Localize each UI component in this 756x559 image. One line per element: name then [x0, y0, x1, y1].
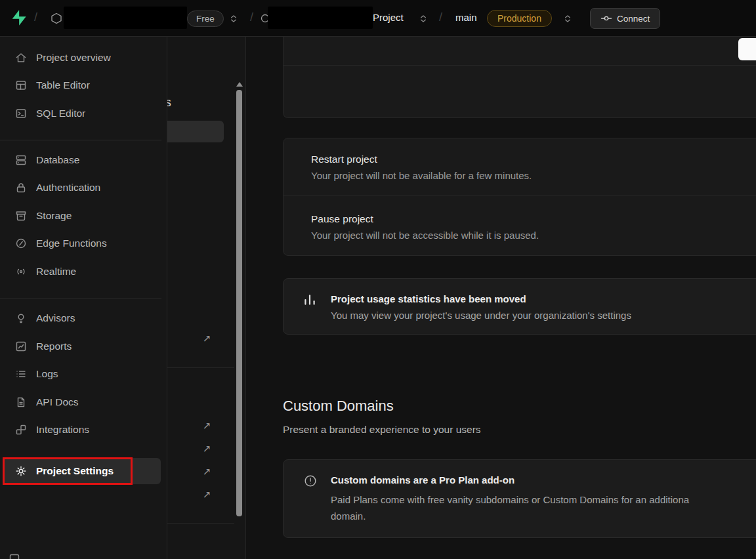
sidebar-divider: [0, 140, 161, 140]
sidebar-item-edge-functions[interactable]: Edge Functions: [0, 230, 167, 257]
redacted-project-name: [268, 7, 373, 29]
org-selector-chevrons-icon[interactable]: [229, 14, 238, 24]
table-icon: [14, 79, 28, 92]
sidebar-item-database[interactable]: Database: [0, 146, 167, 174]
lock-icon: [14, 181, 28, 194]
restart-project-description: Your project will not be available for a…: [311, 170, 532, 181]
chart-icon: [14, 340, 28, 353]
sidebar-item-realtime[interactable]: Realtime: [0, 258, 167, 285]
function-icon: [14, 237, 28, 250]
usage-moved-notice-panel: Project usage statistics have been moved…: [283, 278, 756, 335]
top-header: / Free / Project / main Production Conne…: [0, 0, 756, 37]
production-badge[interactable]: Production: [487, 10, 552, 27]
project-actions-card: Restart project Your project will not be…: [283, 138, 756, 256]
custom-domains-subheading: Present a branded experience to your use…: [283, 424, 481, 436]
redacted-org-name: [64, 7, 187, 29]
partial-bottom-icon: [8, 552, 21, 559]
blocks-icon: [14, 423, 28, 436]
pro-plan-notice-line2: domain.: [331, 510, 366, 522]
sidebar-item-logs[interactable]: Logs: [0, 360, 167, 388]
card-divider: [284, 196, 756, 196]
scrollbar-thumb[interactable]: [236, 90, 242, 516]
broadcast-icon: [14, 265, 28, 278]
gear-icon: [14, 465, 28, 478]
pro-plan-notice-title: Custom domains are a Pro Plan add-on: [331, 474, 514, 486]
settings-submenu-panel: [167, 37, 246, 559]
alert-circle-icon: [303, 474, 318, 488]
connect-button[interactable]: Connect: [590, 8, 660, 29]
pro-plan-notice-line1: Paid Plans come with free vanity subdoma…: [331, 494, 689, 505]
database-icon: [14, 154, 28, 167]
branch-selector-chevrons-icon[interactable]: [563, 14, 572, 24]
primary-sidebar: Project overview Table Editor SQL Editor…: [0, 37, 167, 559]
terminal-icon: [14, 107, 28, 120]
sidebar-item-reports[interactable]: Reports: [0, 333, 167, 360]
bar-chart-icon: [303, 293, 317, 307]
connect-plug-icon: [600, 13, 612, 24]
home-icon: [14, 51, 28, 64]
external-link-icon[interactable]: ↗: [203, 466, 211, 476]
save-button[interactable]: [738, 38, 756, 60]
external-link-icon[interactable]: ↗: [203, 444, 211, 453]
pause-project-title: Pause project: [311, 213, 373, 225]
pause-project-description: Your project will not be accessible whil…: [311, 230, 539, 241]
external-link-icon[interactable]: ↗: [203, 489, 211, 499]
list-icon: [14, 367, 28, 381]
custom-domains-heading: Custom Domains: [283, 398, 394, 415]
pro-plan-notice-panel: Custom domains are a Pro Plan add-on Pai…: [283, 459, 756, 538]
external-link-icon[interactable]: ↗: [203, 333, 211, 343]
archive-icon: [14, 209, 28, 222]
external-link-icon[interactable]: ↗: [203, 421, 211, 430]
sidebar-item-project-overview[interactable]: Project overview: [0, 44, 167, 72]
supabase-dashboard: Restart project Your project will not be…: [0, 0, 756, 559]
sidebar-item-storage[interactable]: Storage: [0, 202, 167, 230]
breadcrumb-separator: /: [439, 10, 442, 24]
org-plan-badge[interactable]: Free: [187, 10, 224, 27]
sidebar-item-integrations[interactable]: Integrations: [0, 416, 167, 444]
restart-project-title: Restart project: [311, 154, 377, 165]
scrollbar-up-arrow[interactable]: [236, 82, 243, 87]
breadcrumb-separator: /: [250, 10, 253, 24]
project-name-suffix[interactable]: Project: [373, 12, 404, 23]
lightbulb-icon: [14, 312, 28, 325]
card-divider: [284, 65, 756, 66]
sidebar-divider: [0, 299, 161, 299]
sidebar-item-advisors[interactable]: Advisors: [0, 304, 167, 332]
usage-notice-title: Project usage statistics have been moved: [331, 293, 526, 304]
supabase-logo-icon[interactable]: [9, 9, 28, 27]
general-settings-card-partial: [283, 37, 756, 118]
project-selector-chevrons-icon[interactable]: [419, 14, 428, 24]
sidebar-item-project-settings[interactable]: Project Settings: [0, 457, 167, 485]
sidebar-item-authentication[interactable]: Authentication: [0, 174, 167, 201]
sidebar-item-table-editor[interactable]: Table Editor: [0, 72, 167, 99]
sidebar-item-api-docs[interactable]: API Docs: [0, 388, 167, 416]
organization-icon: [51, 12, 62, 24]
usage-notice-description: You may view your project's usage under …: [331, 310, 631, 321]
branch-name[interactable]: main: [455, 12, 477, 23]
sidebar-item-sql-editor[interactable]: SQL Editor: [0, 100, 167, 127]
document-icon: [14, 396, 28, 409]
breadcrumb-separator: /: [34, 10, 37, 24]
